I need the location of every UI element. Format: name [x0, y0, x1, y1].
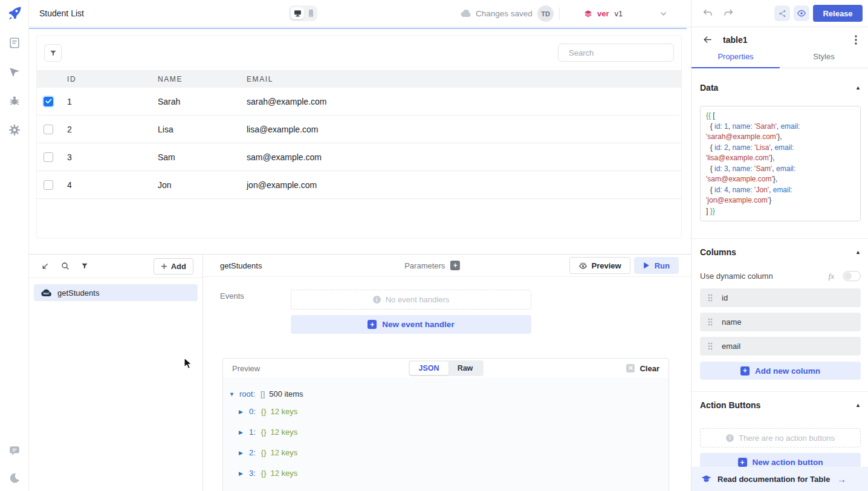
json-tree-item[interactable]: ▶ 3: {} 12 keys: [239, 469, 669, 478]
action-buttons-section: Action Buttons ▲ i There are no action b…: [691, 400, 868, 472]
collapse-section-icon[interactable]: ▲: [855, 402, 861, 408]
row-checkbox[interactable]: [44, 180, 53, 190]
read-documentation-link[interactable]: Read documentation for Table →: [691, 467, 868, 491]
json-tree-item[interactable]: ▶ 1: {} 12 keys: [239, 428, 669, 437]
json-tree-item[interactable]: ▶ 0: {} 12 keys: [239, 407, 669, 416]
table-row[interactable]: 1 Sarah sarah@example.com: [37, 88, 681, 115]
json-tree-root[interactable]: ▼ root: [] 500 items: [229, 389, 669, 398]
play-icon: [643, 262, 650, 269]
collapse-panel-icon[interactable]: [40, 261, 50, 272]
preview-app-button[interactable]: [794, 5, 809, 21]
header-cell-name[interactable]: NAME: [158, 75, 247, 83]
add-parameter-button[interactable]: +: [450, 261, 460, 270]
table-row[interactable]: 3 Sam sam@example.com: [37, 143, 681, 171]
divider: [691, 391, 868, 392]
new-event-handler-button[interactable]: + New event handler: [291, 315, 531, 334]
column-item-id[interactable]: id: [700, 288, 861, 307]
row-checkbox[interactable]: [44, 152, 53, 162]
row-checkbox[interactable]: [44, 125, 53, 134]
tab-properties[interactable]: Properties: [691, 52, 780, 68]
column-item-name[interactable]: name: [700, 313, 861, 331]
redo-icon[interactable]: [722, 7, 734, 19]
header-cell-email[interactable]: EMAIL: [247, 75, 681, 83]
pages-editor-icon[interactable]: [8, 36, 21, 50]
cell-email: lisa@example.com: [247, 125, 681, 134]
preview-query-button[interactable]: Preview: [569, 257, 630, 274]
add-query-button[interactable]: Add: [154, 258, 193, 275]
dark-mode-moon-icon[interactable]: [8, 472, 21, 485]
mobile-view-button[interactable]: [306, 7, 316, 19]
collapse-section-icon[interactable]: ▲: [855, 249, 861, 255]
row-checkbox[interactable]: [44, 97, 53, 106]
expand-caret-icon[interactable]: ▶: [239, 470, 245, 476]
version-value: v1: [615, 9, 623, 18]
app-window: Student List Changes saved TD ver v1: [0, 0, 868, 491]
tab-raw[interactable]: Raw: [449, 362, 482, 375]
query-editor: getStudents Parameters + Preview Run Eve…: [203, 255, 691, 491]
share-button[interactable]: [774, 5, 790, 21]
search-queries-icon[interactable]: [60, 261, 70, 271]
help-chat-icon[interactable]: [8, 444, 21, 457]
avatar[interactable]: TD: [537, 5, 554, 22]
clear-response-button[interactable]: ✕ Clear: [626, 364, 659, 373]
release-button[interactable]: Release: [813, 5, 863, 22]
divider: [691, 0, 691, 27]
rest-api-cloud-icon: REST: [40, 288, 52, 297]
dynamic-column-toggle[interactable]: [843, 271, 861, 281]
active-tab-underline: [691, 67, 780, 68]
plus-icon: +: [738, 458, 747, 467]
eye-icon: [578, 261, 588, 270]
data-code[interactable]: {{ [ { id: 1, name: 'Sarah', email:'sara…: [700, 106, 861, 221]
app-title: Student List: [39, 8, 84, 18]
tab-json[interactable]: JSON: [410, 362, 449, 375]
table-widget[interactable]: ID NAME EMAIL 1 Sarah sarah@example.com …: [36, 35, 682, 238]
header-cell-id[interactable]: ID: [67, 75, 158, 83]
canvas-top-guide: [29, 28, 687, 29]
response-format-toggle: JSON Raw: [409, 360, 484, 376]
run-query-button[interactable]: Run: [634, 257, 679, 274]
undo-icon[interactable]: [702, 7, 714, 19]
no-action-buttons-box: i There are no action buttons: [700, 428, 861, 447]
widget-name[interactable]: table1: [723, 35, 747, 45]
table-filter-button[interactable]: [44, 44, 62, 62]
filter-queries-icon[interactable]: [80, 262, 89, 270]
collapse-caret-icon[interactable]: ▼: [229, 391, 235, 397]
info-icon: i: [726, 434, 734, 442]
debug-bug-icon[interactable]: [8, 94, 21, 108]
table-row[interactable]: 2 Lisa lisa@example.com: [37, 115, 681, 143]
json-tree-item[interactable]: ▶ 2: {} 12 keys: [239, 448, 669, 457]
table-row[interactable]: 4 Jon jon@example.com: [37, 171, 681, 199]
table-search-input[interactable]: [569, 48, 675, 57]
cursor-send-icon[interactable]: [8, 65, 21, 79]
expand-caret-icon[interactable]: ▶: [239, 409, 245, 415]
data-section: Data ▲ {{ [ { id: 1, name: 'Sarah', emai…: [691, 83, 868, 221]
no-event-handlers-box: i No event handlers: [291, 290, 531, 310]
plus-icon: +: [368, 320, 377, 329]
column-item-email[interactable]: email: [700, 337, 861, 356]
clear-icon: ✕: [626, 364, 635, 372]
kebab-menu-icon[interactable]: [855, 35, 857, 45]
version-selector[interactable]: ver v1: [583, 0, 623, 27]
collapse-section-icon[interactable]: ▲: [855, 85, 861, 91]
plus-icon: [161, 263, 167, 270]
device-toggle[interactable]: [289, 5, 317, 21]
cell-name: Sarah: [158, 97, 247, 106]
tab-styles[interactable]: Styles: [780, 52, 868, 68]
chevron-down-icon[interactable]: [659, 9, 668, 18]
expand-caret-icon[interactable]: ▶: [239, 429, 245, 435]
add-new-column-button[interactable]: + Add new column: [700, 362, 861, 380]
table-header-row: ID NAME EMAIL: [37, 70, 681, 88]
layers-icon: [583, 9, 593, 19]
desktop-view-button[interactable]: [291, 7, 304, 19]
back-arrow-icon[interactable]: [702, 34, 713, 45]
query-list-item-getstudents[interactable]: REST getStudents: [34, 284, 198, 301]
fx-binding-icon[interactable]: fx: [829, 272, 834, 281]
columns-section: Columns ▲ Use dynamic column fx id name …: [691, 247, 868, 380]
query-name[interactable]: getStudents: [220, 261, 262, 270]
cloud-saved-icon: [461, 10, 471, 18]
app-logo-rocket-icon[interactable]: [7, 5, 22, 21]
arrow-right-icon: →: [837, 474, 846, 484]
settings-gear-icon[interactable]: [8, 123, 21, 137]
expand-caret-icon[interactable]: ▶: [239, 450, 245, 456]
panel-header: table1: [691, 27, 868, 52]
